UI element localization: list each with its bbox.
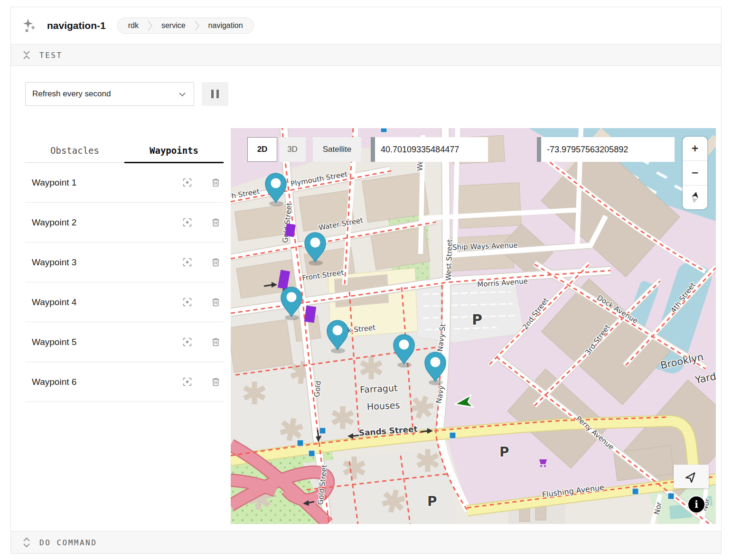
obstacle — [285, 224, 296, 237]
table-row: Waypoint 1 — [25, 163, 224, 203]
tab-waypoints[interactable]: Waypoints — [124, 138, 224, 162]
delete-waypoint-button[interactable] — [207, 294, 224, 310]
svg-text:Farragut: Farragut — [359, 383, 397, 395]
zoom-out-button[interactable]: − — [683, 160, 707, 185]
focus-waypoint-button[interactable] — [179, 215, 195, 231]
do-command-section-bar[interactable]: DO COMMAND — [11, 531, 721, 554]
trash-icon — [211, 337, 221, 347]
plus-icon: + — [692, 142, 698, 155]
breadcrumb-service: service — [153, 21, 194, 30]
table-row: Waypoint 4 — [25, 282, 224, 322]
compass-button[interactable] — [683, 185, 707, 209]
focus-waypoint-button[interactable] — [179, 175, 195, 191]
minus-icon: − — [692, 166, 698, 179]
navigation-arrow-icon — [685, 470, 697, 483]
focus-icon — [182, 337, 192, 347]
waypoint-label: Waypoint 4 — [25, 297, 179, 308]
pause-icon — [211, 90, 214, 98]
longitude-input[interactable] — [537, 137, 675, 162]
focus-icon — [182, 217, 192, 227]
map-canvas: P P P h Street Plymouth Street Water Str… — [231, 128, 716, 524]
table-row: Waypoint 2 — [25, 203, 224, 243]
page-title: navigation-1 — [47, 20, 106, 31]
focus-waypoint-button[interactable] — [179, 254, 195, 271]
map-satellite-button[interactable]: Satellite — [313, 137, 361, 162]
center-on-robot-button[interactable] — [674, 465, 709, 488]
expand-icon[interactable] — [22, 537, 31, 548]
obstacles-waypoints-tabs: Obstacles Waypoints — [25, 138, 224, 163]
navigation-card: navigation-1 rdk service navigation TEST… — [10, 7, 722, 553]
chevron-down-icon — [178, 91, 186, 98]
pause-refresh-button[interactable] — [202, 82, 228, 106]
map-zoom-control: + − — [683, 137, 707, 209]
trash-icon — [211, 377, 221, 387]
machine-part-icon — [22, 19, 37, 33]
collapse-icon[interactable] — [22, 50, 31, 60]
waypoint-label: Waypoint 3 — [25, 257, 179, 268]
waypoint-label: Waypoint 5 — [25, 337, 179, 347]
delete-waypoint-button[interactable] — [207, 254, 224, 271]
focus-waypoint-button[interactable] — [179, 334, 195, 350]
chevron-right-icon — [194, 20, 200, 31]
refresh-rate-value: Refresh every second — [32, 89, 111, 99]
waypoint-label: Waypoint 1 — [25, 177, 179, 188]
svg-text:Houses: Houses — [366, 400, 400, 412]
table-row: Waypoint 6 — [25, 362, 224, 402]
svg-text:P: P — [472, 311, 482, 328]
waypoint-label: Waypoint 2 — [25, 217, 179, 228]
map-info-button[interactable]: i — [687, 495, 705, 513]
focus-icon — [182, 297, 192, 307]
focus-waypoint-button[interactable] — [179, 374, 195, 390]
focus-icon — [182, 377, 192, 387]
delete-waypoint-button[interactable] — [207, 215, 224, 231]
do-command-label: DO COMMAND — [39, 538, 97, 547]
table-row: Waypoint 3 — [25, 243, 224, 282]
svg-text:P: P — [427, 494, 437, 509]
map-2d-button[interactable]: 2D — [247, 137, 277, 162]
breadcrumb-navigation: navigation — [200, 21, 252, 30]
focus-icon — [182, 177, 192, 187]
svg-text:P: P — [499, 444, 509, 460]
delete-waypoint-button[interactable] — [207, 175, 224, 191]
focus-waypoint-button[interactable] — [179, 294, 195, 310]
tab-obstacles[interactable]: Obstacles — [25, 138, 124, 162]
waypoint-label: Waypoint 6 — [25, 377, 179, 387]
table-row: Waypoint 5 — [25, 322, 224, 362]
refresh-rate-select[interactable]: Refresh every second — [25, 82, 194, 106]
breadcrumb: rdk service navigation — [117, 18, 254, 34]
waypoint-list: Waypoint 1 Waypoint 2 Waypoint 3 Waypoin… — [25, 163, 224, 402]
zoom-in-button[interactable]: + — [683, 137, 707, 160]
svg-text:Gold: Gold — [312, 380, 323, 397]
latitude-input[interactable] — [371, 137, 488, 162]
map-3d-button[interactable]: 3D — [279, 137, 306, 162]
test-section-bar[interactable]: TEST — [11, 44, 721, 66]
focus-icon — [182, 257, 192, 267]
chevron-right-icon — [147, 20, 153, 31]
trash-icon — [211, 177, 221, 187]
test-section-label: TEST — [39, 51, 63, 60]
info-icon: i — [694, 499, 698, 510]
breadcrumb-rdk: rdk — [120, 21, 147, 30]
delete-waypoint-button[interactable] — [207, 374, 224, 390]
card-header: navigation-1 rdk service navigation — [11, 7, 721, 44]
delete-waypoint-button[interactable] — [207, 334, 224, 350]
trash-icon — [211, 217, 221, 227]
compass-icon — [690, 191, 700, 204]
trash-icon — [211, 257, 221, 267]
navigation-map[interactable]: P P P h Street Plymouth Street Water Str… — [231, 128, 716, 524]
trash-icon — [211, 297, 221, 307]
